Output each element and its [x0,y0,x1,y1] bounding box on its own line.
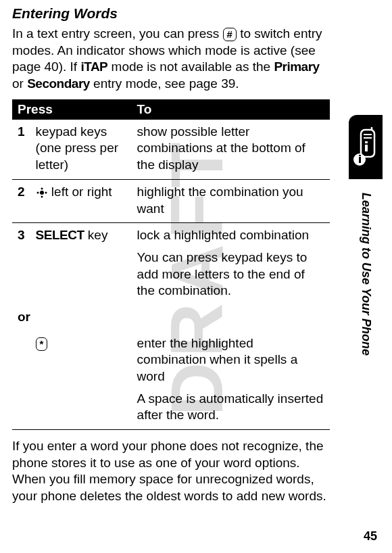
press-cell: left or right [30,179,132,222]
nav-key-icon [36,184,48,201]
svg-point-2 [45,192,47,194]
page-content: Entering Words In a text entry screen, y… [12,5,330,505]
to-cell: lock a highlighted combination You can p… [132,223,330,305]
press-header: Press [12,99,132,120]
intro-text-1: In a text entry screen, you can press [12,26,223,41]
intro-paragraph: In a text entry screen, you can press # … [12,26,330,93]
or-label: or [12,305,330,331]
intro-text-3: mode is not available as the [107,59,274,74]
section-title: Entering Words [12,5,330,22]
press-text: key [84,228,108,242]
to-cell: enter the highlighted combination when i… [132,331,330,430]
side-tab-icon-wrap [349,115,383,179]
page-number: 45 [364,529,377,544]
press-cell: * [30,331,132,430]
to-text-2: You can press keypad keys to add more le… [137,249,324,299]
table-header-row: Press To [12,99,330,120]
star-key-icon: * [36,337,48,351]
table-row: 3 SELECT key lock a highlighted combinat… [12,223,330,305]
intro-text-4: or [12,76,27,91]
table-row: 2 left or right highlight the combinatio… [12,179,330,222]
outro-paragraph: If you enter a word your phone does not … [12,438,330,505]
to-cell: show possible letter combinations at the… [132,120,330,180]
select-key-label: SELECT [36,228,84,242]
to-text-1: lock a highlighted combination [137,227,324,244]
table-row: * enter the highlighted combination when… [12,331,330,430]
hash-key-icon: # [223,28,237,41]
to-text-1: enter the highlighted combination when i… [137,335,324,385]
to-cell: highlight the combination you want [132,179,330,222]
step-number: 2 [12,179,30,222]
svg-point-0 [40,191,44,195]
secondary-label: Secondary [27,76,90,91]
table-row: 1 keypad keys (one press per letter) sho… [12,120,330,180]
side-tab: Learning to Use Your Phone [349,115,383,480]
step-number: 3 [12,223,30,305]
step-number: 1 [12,120,30,180]
itap-label: iTAP [80,59,107,74]
intro-text-5: entry mode, see page 39. [90,76,239,91]
svg-point-3 [41,188,43,190]
svg-point-1 [36,192,39,194]
press-text: left or right [48,185,112,199]
primary-label: Primary [274,59,319,74]
press-cell: SELECT key [30,223,132,305]
to-header: To [132,99,330,120]
table-row-or: or [12,305,330,331]
instruction-table: Press To 1 keypad keys (one press per le… [12,99,330,430]
phone-info-icon [353,127,378,168]
press-cell: keypad keys (one press per letter) [30,120,132,180]
to-text-2: A space is automatically inserted after … [137,391,324,424]
side-label: Learning to Use Your Phone [359,193,373,356]
svg-point-4 [41,196,43,198]
step-number [12,331,30,430]
side-label-wrap: Learning to Use Your Phone [359,179,373,480]
